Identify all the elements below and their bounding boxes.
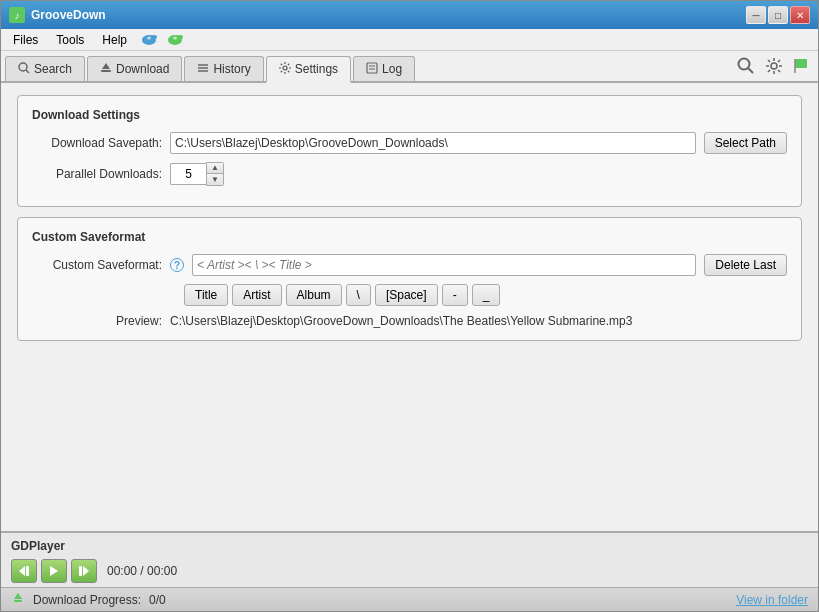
saveformat-title: Custom Saveformat bbox=[32, 230, 787, 244]
tab-search[interactable]: Search bbox=[5, 56, 85, 81]
saveformat-input[interactable] bbox=[192, 254, 696, 276]
bird-blue-icon[interactable] bbox=[139, 31, 159, 49]
format-buttons-row: Title Artist Album \ [Space] - _ bbox=[184, 284, 787, 306]
app-title: GrooveDown bbox=[31, 8, 740, 22]
download-tab-icon bbox=[100, 62, 112, 76]
svg-marker-27 bbox=[14, 593, 22, 599]
minimize-button[interactable]: ─ bbox=[746, 6, 766, 24]
prev-button[interactable] bbox=[11, 559, 37, 583]
preview-value: C:\Users\Blazej\Desktop\GrooveDown_Downl… bbox=[170, 314, 632, 328]
next-button[interactable] bbox=[71, 559, 97, 583]
tab-download[interactable]: Download bbox=[87, 56, 182, 81]
parallel-input[interactable]: 5 bbox=[170, 163, 206, 185]
maximize-button[interactable]: □ bbox=[768, 6, 788, 24]
spinner-buttons: ▲ ▼ bbox=[206, 162, 224, 186]
format-title-button[interactable]: Title bbox=[184, 284, 228, 306]
player-controls: 00:00 / 00:00 bbox=[11, 559, 808, 583]
help-icon[interactable]: ? bbox=[170, 258, 184, 272]
tab-history-label: History bbox=[213, 62, 250, 76]
savepath-row: Download Savepath: Select Path bbox=[32, 132, 787, 154]
spin-up-button[interactable]: ▲ bbox=[207, 163, 223, 174]
format-underscore-button[interactable]: _ bbox=[472, 284, 501, 306]
svg-point-4 bbox=[177, 35, 183, 39]
select-path-button[interactable]: Select Path bbox=[704, 132, 787, 154]
svg-point-13 bbox=[283, 66, 287, 70]
gear-icon-button[interactable] bbox=[762, 55, 786, 77]
player-area: GDPlayer bbox=[1, 531, 818, 587]
main-window: ♪ GrooveDown ─ □ ✕ Files Tools Help bbox=[0, 0, 819, 612]
parallel-label: Parallel Downloads: bbox=[32, 167, 162, 181]
parallel-spinner: 5 ▲ ▼ bbox=[170, 162, 224, 186]
spin-down-button[interactable]: ▼ bbox=[207, 174, 223, 185]
menu-help[interactable]: Help bbox=[94, 31, 135, 49]
play-button[interactable] bbox=[41, 559, 67, 583]
window-controls: ─ □ ✕ bbox=[746, 6, 810, 24]
tab-settings[interactable]: Settings bbox=[266, 56, 351, 83]
search-tab-icon bbox=[18, 62, 30, 76]
savepath-label: Download Savepath: bbox=[32, 136, 162, 150]
tab-download-label: Download bbox=[116, 62, 169, 76]
menu-files[interactable]: Files bbox=[5, 31, 46, 49]
view-in-folder-link[interactable]: View in folder bbox=[736, 593, 808, 607]
log-tab-icon bbox=[366, 62, 378, 76]
format-backslash-button[interactable]: \ bbox=[346, 284, 371, 306]
main-content: Download Settings Download Savepath: Sel… bbox=[1, 83, 818, 587]
settings-tab-icon bbox=[279, 62, 291, 76]
svg-marker-9 bbox=[102, 63, 110, 69]
download-settings-section: Download Settings Download Savepath: Sel… bbox=[17, 95, 802, 207]
svg-line-7 bbox=[26, 70, 29, 73]
svg-rect-23 bbox=[26, 566, 29, 576]
svg-point-19 bbox=[771, 63, 777, 69]
search-icon-button[interactable] bbox=[734, 55, 758, 77]
close-button[interactable]: ✕ bbox=[790, 6, 810, 24]
svg-rect-14 bbox=[367, 63, 377, 73]
format-dash-button[interactable]: - bbox=[442, 284, 468, 306]
flag-icon-button[interactable] bbox=[790, 55, 814, 77]
settings-panel: Download Settings Download Savepath: Sel… bbox=[1, 83, 818, 531]
bird-green-icon[interactable] bbox=[165, 31, 185, 49]
svg-point-1 bbox=[151, 35, 157, 39]
preview-label: Preview: bbox=[32, 314, 162, 328]
app-icon: ♪ bbox=[9, 7, 25, 23]
svg-marker-24 bbox=[50, 566, 58, 576]
svg-rect-28 bbox=[14, 600, 22, 602]
download-progress-label: Download Progress: bbox=[33, 593, 141, 607]
parallel-row: Parallel Downloads: 5 ▲ ▼ bbox=[32, 162, 787, 186]
svg-rect-20 bbox=[795, 59, 807, 68]
svg-rect-26 bbox=[79, 566, 82, 576]
download-status-icon bbox=[11, 591, 25, 608]
svg-marker-25 bbox=[83, 566, 89, 576]
savepath-input[interactable] bbox=[170, 132, 696, 154]
tabs-bar: Search Download History bbox=[1, 51, 818, 83]
saveformat-section: Custom Saveformat Custom Saveformat: ? D… bbox=[17, 217, 802, 341]
format-artist-button[interactable]: Artist bbox=[232, 284, 281, 306]
tab-log[interactable]: Log bbox=[353, 56, 415, 81]
menu-tools[interactable]: Tools bbox=[48, 31, 92, 49]
history-tab-icon bbox=[197, 62, 209, 76]
format-space-button[interactable]: [Space] bbox=[375, 284, 438, 306]
format-album-button[interactable]: Album bbox=[286, 284, 342, 306]
download-settings-title: Download Settings bbox=[32, 108, 787, 122]
player-title: GDPlayer bbox=[11, 539, 808, 553]
svg-point-5 bbox=[173, 36, 177, 39]
delete-last-button[interactable]: Delete Last bbox=[704, 254, 787, 276]
preview-row: Preview: C:\Users\Blazej\Desktop\GrooveD… bbox=[32, 314, 787, 328]
svg-line-18 bbox=[748, 68, 753, 73]
tab-history[interactable]: History bbox=[184, 56, 263, 81]
tab-search-label: Search bbox=[34, 62, 72, 76]
tabs-right-icons bbox=[734, 55, 814, 81]
time-display: 00:00 / 00:00 bbox=[107, 564, 177, 578]
tab-settings-label: Settings bbox=[295, 62, 338, 76]
svg-rect-8 bbox=[101, 70, 111, 72]
title-bar: ♪ GrooveDown ─ □ ✕ bbox=[1, 1, 818, 29]
download-progress-value: 0/0 bbox=[149, 593, 166, 607]
saveformat-label: Custom Saveformat: bbox=[32, 258, 162, 272]
tab-log-label: Log bbox=[382, 62, 402, 76]
menu-bar: Files Tools Help bbox=[1, 29, 818, 51]
svg-point-2 bbox=[147, 36, 151, 39]
svg-point-17 bbox=[739, 59, 750, 70]
svg-marker-22 bbox=[19, 566, 25, 576]
saveformat-row: Custom Saveformat: ? Delete Last bbox=[32, 254, 787, 276]
status-bar: Download Progress: 0/0 View in folder bbox=[1, 587, 818, 611]
svg-point-6 bbox=[19, 63, 27, 71]
